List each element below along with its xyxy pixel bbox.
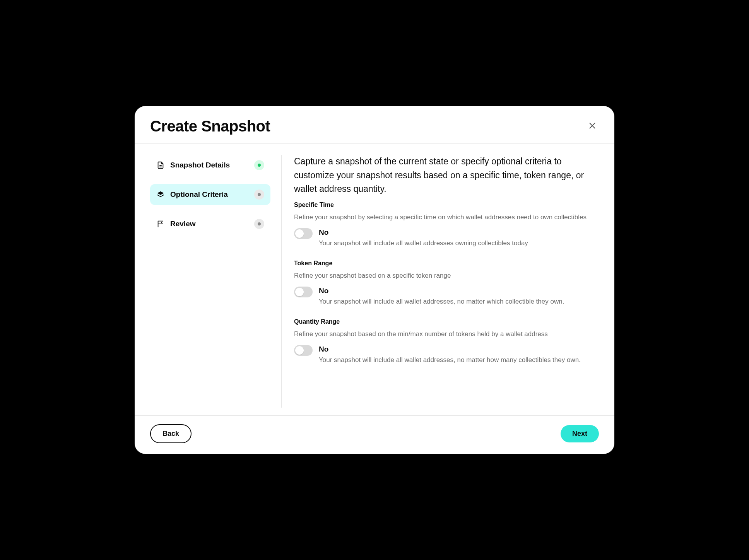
section-token-range: Token Range Refine your snapshot based o… [294,260,599,307]
specific-time-toggle[interactable] [294,228,313,239]
toggle-state-label: No [319,287,599,295]
toggle-hint: Your snapshot will include all wallet ad… [319,238,599,248]
toggle-hint: Your snapshot will include all wallet ad… [319,355,599,365]
layers-icon [156,190,165,199]
step-snapshot-details[interactable]: Snapshot Details [150,155,270,176]
create-snapshot-modal: Create Snapshot Snapshot Details [135,106,614,454]
content-area: Capture a snapshot of the current state … [282,155,599,408]
section-description: Refine your snapshot based on a specific… [294,271,599,281]
toggle-row: No Your snapshot will include all wallet… [294,345,599,365]
step-optional-criteria[interactable]: Optional Criteria [150,184,270,205]
section-description: Refine your snapshot by selecting a spec… [294,212,599,222]
section-specific-time: Specific Time Refine your snapshot by se… [294,201,599,248]
toggle-row: No Your snapshot will include all wallet… [294,228,599,248]
modal-title: Create Snapshot [150,118,270,135]
modal-body: Snapshot Details Optional Criteria [135,144,614,415]
section-title: Specific Time [294,201,599,208]
section-quantity-range: Quantity Range Refine your snapshot base… [294,318,599,365]
step-status-pending-icon [254,219,264,229]
step-label: Review [170,220,195,228]
next-button[interactable]: Next [561,425,599,442]
intro-text: Capture a snapshot of the current state … [294,155,599,196]
toggle-hint: Your snapshot will include all wallet ad… [319,297,599,307]
modal-footer: Back Next [135,415,614,454]
token-range-toggle[interactable] [294,287,313,297]
wizard-sidebar: Snapshot Details Optional Criteria [150,155,282,408]
section-title: Quantity Range [294,318,599,325]
section-description: Refine your snapshot based on the min/ma… [294,329,599,339]
document-icon [156,161,165,169]
step-review[interactable]: Review [150,213,270,234]
step-label: Snapshot Details [170,161,230,169]
quantity-range-toggle[interactable] [294,345,313,356]
toggle-state-label: No [319,228,599,237]
step-status-current-icon [254,190,264,200]
back-button[interactable]: Back [150,424,192,443]
section-title: Token Range [294,260,599,267]
step-status-done-icon [254,160,264,170]
toggle-state-label: No [319,345,599,353]
close-icon [588,121,597,131]
close-button[interactable] [586,119,599,133]
step-label: Optional Criteria [170,190,228,199]
flag-icon [156,220,165,228]
toggle-row: No Your snapshot will include all wallet… [294,287,599,307]
modal-header: Create Snapshot [135,106,614,144]
